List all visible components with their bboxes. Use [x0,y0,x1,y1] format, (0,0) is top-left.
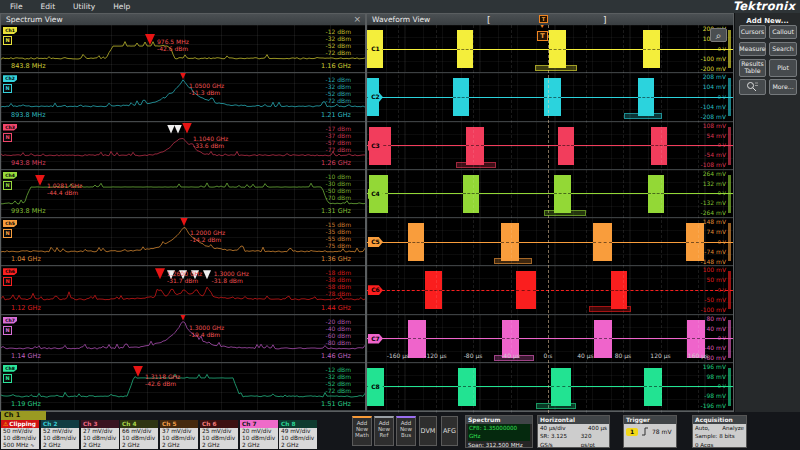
channel-badge-ch6[interactable]: Ch 625 mV/div10 dBm/div2 GHz [200,420,238,449]
rf-pulse [544,78,561,116]
spectrum-row-ch5[interactable]: Ch5N-15 dBm-35 dBm-55 dBm-75 dBm1.04 GHz… [1,218,365,266]
spectrum-time-gate[interactable] [456,162,496,168]
cursors-button[interactable]: Cursors [739,25,766,39]
trigger-settings-panel[interactable]: Trigger 1 78 mV [623,415,677,448]
spectrum-row-ch3[interactable]: Ch3N-17 dBm-37 dBm-57 dBm-77 dBm943.8 MH… [1,122,365,170]
scale-rail[interactable] [728,320,731,358]
spectrum-row-ch1[interactable]: Ch1N-12 dBm-32 dBm-52 dBm-72 dBm843.8 MH… [1,25,365,73]
channel-badge-ch5[interactable]: Ch 537 mV/div10 dBm/div2 GHz [160,420,198,449]
dvm-button[interactable]: DVM [419,416,437,446]
marker-readout: 1.3000 GHz -19.4 dBm [189,324,224,338]
menu-item-help[interactable]: Help [113,2,130,11]
spectrum-time-gate[interactable] [536,403,576,409]
dbm-axis-label: -72 dBm [326,388,351,395]
spectrum-time-gate[interactable] [535,65,577,71]
channel-flag-ch4[interactable]: Ch4 [3,172,17,179]
menu-item-utility[interactable]: Utility [73,2,95,11]
scale-rail[interactable] [728,30,731,68]
center-frequency-value[interactable]: CF8: 1.35000000 GHz [468,424,530,441]
add-new-math-button[interactable]: Add New Math [352,416,372,446]
horizontal-value-right: 400 µs [588,424,607,432]
rf-pulse [593,223,612,261]
measure-button[interactable]: Measure [739,42,766,56]
scale-rail[interactable] [728,127,731,165]
scale-rail[interactable] [728,175,731,213]
spectrum-settings-panel[interactable]: Spectrum CF8: 1.35000000 GHz Span: 312.5… [465,415,533,448]
waveform-row-c8[interactable]: C8196 mV98 mV0 V-98 mV-196 mV [367,363,733,411]
results-table-button[interactable]: Results Table [739,59,766,77]
trigger-indicator-icon[interactable]: T [537,31,548,41]
waveform-row-c4[interactable]: C4264 mV132 mV0 V-132 mV-264 mV [367,170,733,218]
channel-flag-ch2[interactable]: Ch2 [3,75,17,82]
horizontal-settings-panel[interactable]: Horizontal 40 µs/div400 µsSR: 3.125 GS/s… [537,415,610,448]
spectrum-row-ch2[interactable]: Ch2N-12 dBm-32 dBm-52 dBm-72 dBm893.8 MH… [1,73,365,121]
scale-rail[interactable] [728,223,731,261]
spectrum-view-titlebar[interactable]: Spectrum View × [1,14,365,25]
trigger-source-badge[interactable]: 1 [626,428,638,436]
spectrum-time-gate[interactable] [589,306,631,312]
channel-badge-ch3[interactable]: Ch 327 mV/div10 dBm/div2 GHz [81,420,119,449]
spectrum-row-ch6[interactable]: Ch6N-18 dBm-38 dBm-58 dBm-78 dBm1.12 GHz… [1,266,365,314]
waveform-row-c3[interactable]: C3108 mV54 mV0 V-54 mV-108 mV [367,122,733,170]
channel-flag-ch6[interactable]: Ch6 [3,268,17,275]
spectrum-time-gate[interactable] [494,258,532,264]
waveform-view-titlebar[interactable]: Waveform View [367,14,733,25]
rf-pulse [638,78,654,116]
channel-flag-ch7[interactable]: Ch7 [3,317,17,324]
channel-badge-ch4[interactable]: Ch 466 mV/div10 dBm/div2 GHz [120,420,158,449]
spectrum-row-ch8[interactable]: Ch8N-12 dBm-32 dBm-52 dBm-72 dBm1.19 GHz… [1,363,365,411]
channel-badge-ch8[interactable]: Ch 849 mV/div10 dBm/div2 GHz [279,420,317,449]
time-axis-label: -120 µs [416,352,456,359]
search-button[interactable]: Search [769,42,797,56]
waveform-row-c6[interactable]: C6100 mV50 mV0 V-50 mV-100 mV [367,266,733,314]
callout-button[interactable]: Callout [769,25,797,39]
channel-tag-c2[interactable]: C2 [368,92,383,102]
channel-flag-ch5[interactable]: Ch5 [3,220,17,227]
zoom-bracket-right[interactable]: ] [603,15,607,25]
more-button[interactable]: More... [769,79,797,95]
marker-readout: 1.2600 GHz 1.3000 GHz -31.7 dBm -31.8 dB… [167,270,249,284]
add-new-bus-button[interactable]: Add New Bus [396,416,416,446]
menu-item-edit[interactable]: Edit [41,2,56,11]
channel-flag-ch1[interactable]: Ch1 [3,27,17,34]
channel-tab-ch1[interactable]: Ch 1 [1,411,46,420]
rf-pulse [453,78,469,116]
stop-freq-label: 1.31 GHz [321,208,351,215]
scale-rail[interactable] [728,78,731,116]
spectrum-time-gate[interactable] [544,210,586,216]
channel-badge-ch2[interactable]: Ch 252 mV/div10 dBm/div2 GHz [41,420,79,449]
plot-button[interactable]: Plot [769,59,797,77]
rf-pulse [554,175,571,213]
spectrum-trace-ch8 [1,363,365,411]
channel-tag-c7[interactable]: C7 [368,334,383,344]
volt-axis-label: 0 V [718,239,726,245]
spectrum-settings-body: CF8: 1.35000000 GHz Span: 312.500 MHz RB… [466,424,532,448]
magnifier-icon[interactable]: ⌕ [710,28,727,42]
spectrum-row-ch4[interactable]: Ch4N-10 dBm-30 dBm-50 dBm-70 dBm993.8 MH… [1,170,365,218]
menu-item-file[interactable]: File [10,2,23,11]
channel-badge-ch1[interactable]: ⚠Clipping50 mV/div10 dBm/div500 MHz∿ [1,420,39,449]
scale-rail[interactable] [728,368,731,406]
zoom-bracket-left[interactable]: [ [487,15,491,25]
spectrum-time-gate[interactable] [624,113,662,119]
waveform-row-c5[interactable]: C5148 mV74 mV0 V-74 mV-148 mV [367,218,733,266]
waveform-row-c1[interactable]: C1200 mV100 mV0 V-100 mV-200 mV [367,25,733,73]
afg-button[interactable]: AFG [441,416,458,446]
trigger-slope-icon [641,427,649,436]
waveform-row-c2[interactable]: C2208 mV104 mV0 V-104 mV-208 mV [367,73,733,121]
horizontal-value-left: SR: 3.125 GS/s [540,432,581,448]
acquisition-settings-panel[interactable]: Acquisition Auto, Analyze Sample: 8 bits… [692,415,747,448]
channel-badge-header: Ch 3 [81,420,119,428]
channel-flag-ch3[interactable]: Ch3 [3,124,17,131]
channel-tag-c6[interactable]: C6 [368,285,383,295]
spectrum-row-ch7[interactable]: Ch7N-20 dBm-40 dBm-60 dBm-80 dBm1.14 GHz… [1,315,365,363]
scale-rail[interactable] [728,271,731,309]
close-icon[interactable]: × [353,14,361,25]
channel-tag-c5[interactable]: C5 [368,237,383,247]
channel-badge-ch7[interactable]: Ch 720 mV/div10 dBm/div2 GHz [240,420,278,449]
add-new-ref-button[interactable]: Add New Ref [374,416,394,446]
channel-flag-ch8[interactable]: Ch8 [3,365,17,372]
zoom-overview-button[interactable] [739,79,766,95]
baseline [367,290,733,291]
acquisition-analyze: Analyze [722,424,744,432]
